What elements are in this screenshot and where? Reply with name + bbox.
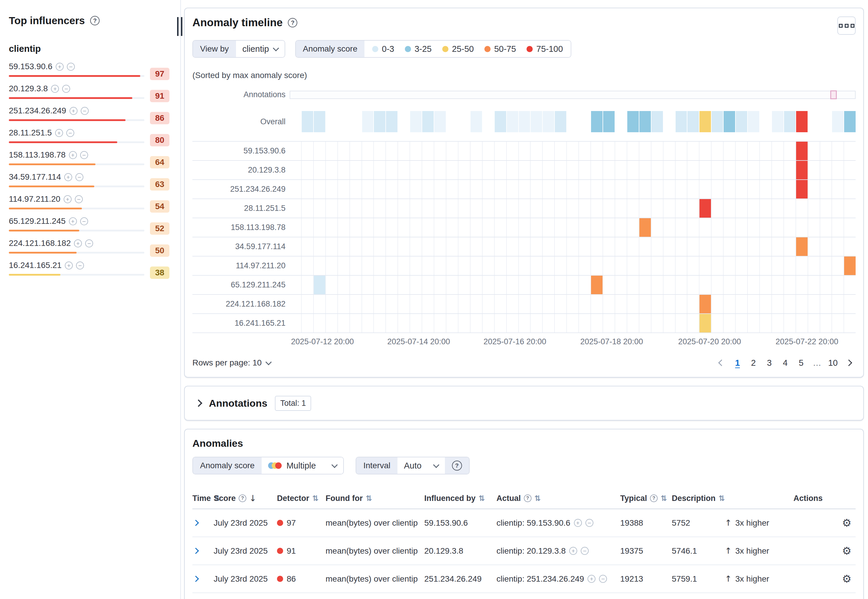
swimlane-cell[interactable] — [434, 256, 446, 275]
swimlane-cell[interactable] — [289, 256, 302, 275]
swimlane-cell[interactable] — [495, 275, 507, 294]
swimlane-cell[interactable] — [772, 180, 784, 199]
swimlane-cell[interactable] — [772, 256, 784, 275]
swimlane-cell[interactable] — [796, 180, 808, 199]
swimlane-cell[interactable] — [458, 314, 470, 333]
swimlane-cell[interactable] — [543, 314, 555, 333]
swimlane-cell[interactable] — [844, 141, 856, 160]
swimlane-cell[interactable] — [458, 256, 470, 275]
overall-cell[interactable] — [844, 111, 856, 132]
filter-plus-icon[interactable]: + — [55, 129, 63, 137]
overall-cell[interactable] — [760, 111, 772, 132]
swimlane-cell[interactable] — [676, 218, 688, 237]
swimlane-cell[interactable] — [687, 199, 699, 218]
swimlane-cell[interactable] — [386, 180, 398, 199]
swimlane-cell[interactable] — [808, 295, 820, 313]
overall-cell[interactable] — [326, 111, 338, 132]
swimlane-cell[interactable] — [519, 161, 531, 179]
overall-cell[interactable] — [627, 111, 639, 132]
swimlane-cell[interactable] — [591, 218, 603, 237]
swimlane-cell[interactable] — [362, 218, 374, 237]
swimlane-cell[interactable] — [784, 161, 796, 179]
swimlane-cell[interactable] — [350, 161, 362, 179]
swimlane-cell[interactable] — [543, 295, 555, 313]
swimlane-cell[interactable] — [289, 295, 302, 313]
swimlane-cell[interactable] — [748, 180, 760, 199]
swimlane-cell[interactable] — [326, 256, 338, 275]
swimlane-cell[interactable] — [844, 218, 856, 237]
swimlane-cell[interactable] — [434, 295, 446, 313]
filter-minus-icon[interactable]: − — [67, 63, 75, 71]
swimlane-cell[interactable] — [760, 237, 772, 256]
swimlane-cell[interactable] — [615, 256, 627, 275]
swimlane-cell[interactable] — [410, 314, 422, 333]
overall-cell[interactable] — [555, 111, 566, 132]
swimlane-cell[interactable] — [338, 141, 350, 160]
swimlane-cell[interactable] — [748, 314, 760, 333]
swimlane-cell[interactable] — [748, 141, 760, 160]
swimlane-cell[interactable] — [627, 314, 639, 333]
overall-cell[interactable] — [519, 111, 530, 132]
filter-minus-icon[interactable]: − — [85, 239, 93, 247]
swimlane-cell[interactable] — [326, 237, 338, 256]
swimlane-cell[interactable] — [808, 256, 820, 275]
swimlane-cell[interactable] — [736, 141, 748, 160]
swimlane-cell[interactable] — [458, 218, 470, 237]
swimlane-cell[interactable] — [482, 314, 495, 333]
swimlane-cell[interactable] — [434, 161, 446, 179]
swimlane-cell[interactable] — [555, 237, 567, 256]
interval-select[interactable]: Auto — [398, 458, 445, 474]
swimlane-cell[interactable] — [808, 199, 820, 218]
swimlane-cell[interactable] — [567, 256, 579, 275]
swimlane-cell[interactable] — [736, 237, 748, 256]
swimlane-cell[interactable] — [627, 180, 639, 199]
swimlane-cell[interactable] — [326, 199, 338, 218]
swimlane-cell[interactable] — [736, 275, 748, 294]
swimlane-cell[interactable] — [519, 275, 531, 294]
swimlane-cell[interactable] — [639, 141, 651, 160]
swimlane-cell[interactable] — [676, 314, 688, 333]
swimlane-cell[interactable] — [386, 275, 398, 294]
overall-cell[interactable] — [470, 111, 482, 132]
swimlane-cell[interactable] — [687, 275, 699, 294]
swimlane-cell[interactable] — [555, 314, 567, 333]
swimlane-cell[interactable] — [530, 295, 543, 313]
swimlane-cell[interactable] — [603, 314, 615, 333]
overall-cell[interactable] — [603, 111, 615, 132]
swimlane-cell[interactable] — [784, 314, 796, 333]
swimlane-cell[interactable] — [567, 314, 579, 333]
swimlane-cell[interactable] — [314, 180, 326, 199]
swimlane-cell[interactable] — [591, 180, 603, 199]
swimlane-cell[interactable] — [314, 218, 326, 237]
swimlane-cell[interactable] — [723, 161, 736, 179]
swimlane-cell[interactable] — [555, 199, 567, 218]
swimlane-cell[interactable] — [398, 161, 410, 179]
swimlane-cell[interactable] — [651, 180, 663, 199]
overall-cell[interactable] — [820, 111, 832, 132]
swimlane-cell[interactable] — [434, 218, 446, 237]
swimlane-cell[interactable] — [772, 199, 784, 218]
swimlane-cell[interactable] — [760, 256, 772, 275]
swimlane-cell[interactable] — [711, 275, 723, 294]
swimlane-cell[interactable] — [422, 218, 434, 237]
swimlane-cell[interactable] — [434, 275, 446, 294]
swimlane-cell[interactable] — [567, 141, 579, 160]
swimlane-cell[interactable] — [808, 314, 820, 333]
swimlane-cell[interactable] — [639, 237, 651, 256]
swimlane-cell[interactable] — [398, 314, 410, 333]
swimlane-cell[interactable] — [495, 237, 507, 256]
swimlane-cell[interactable] — [555, 218, 567, 237]
swimlane-cell[interactable] — [844, 295, 856, 313]
swimlane-cell[interactable] — [507, 180, 519, 199]
swimlane-cell[interactable] — [543, 180, 555, 199]
swimlane-cell[interactable] — [302, 141, 314, 160]
swimlane-cell[interactable] — [350, 237, 362, 256]
swimlane-cell[interactable] — [627, 199, 639, 218]
swimlane-cell[interactable] — [362, 161, 374, 179]
swimlane-cell[interactable] — [603, 256, 615, 275]
overall-cell[interactable] — [615, 111, 627, 132]
swimlane-cell[interactable] — [386, 141, 398, 160]
swimlane-cell[interactable] — [302, 218, 314, 237]
swimlane-cell[interactable] — [374, 199, 386, 218]
filter-plus-icon[interactable]: + — [64, 173, 72, 181]
